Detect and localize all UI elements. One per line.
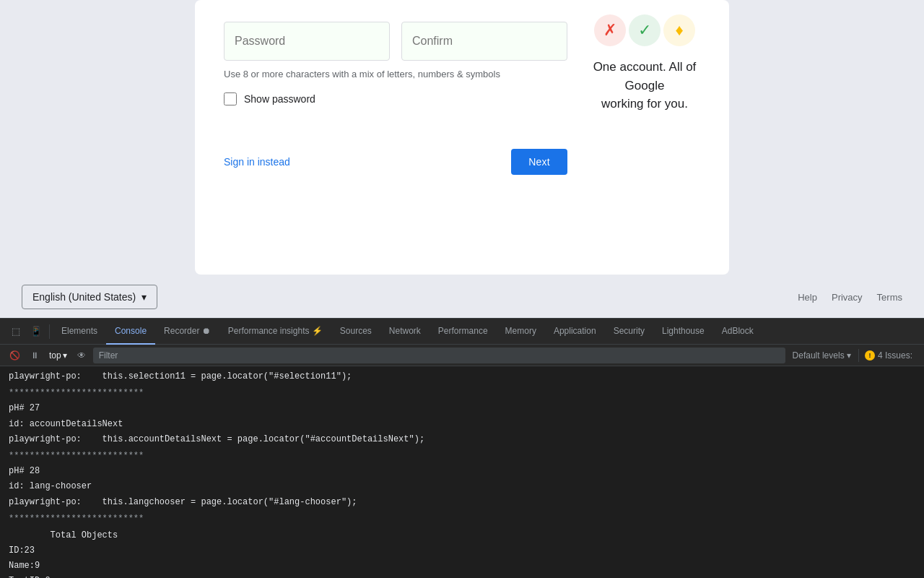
issues-badge: ! 4 Issues: [858, 349, 918, 362]
console-filter-input[interactable] [93, 348, 785, 363]
terms-link[interactable]: Terms [877, 292, 902, 303]
top-label: top [49, 350, 61, 361]
password-row [224, 22, 567, 61]
show-password-label: Show password [244, 93, 315, 105]
console-line: playwright-po: this.accountDetailsNext =… [0, 432, 924, 447]
default-levels-selector[interactable]: Default levels ▾ [788, 349, 855, 362]
language-selector[interactable]: English (United States) ▾ [22, 285, 157, 309]
password-input[interactable] [224, 22, 390, 61]
console-clear-btn[interactable]: 🚫 [6, 347, 23, 364]
devtools-tabs-bar: ⬚ 📱 Elements Console Recorder ⏺ Performa… [0, 319, 924, 345]
google-icon-yellow: ♦ [663, 14, 695, 46]
console-line: Total Objects [0, 528, 924, 543]
main-content: Use 8 or more characters with a mix of l… [0, 0, 924, 276]
tab-performance[interactable]: Performance [430, 319, 497, 345]
console-line: pH# 28 [0, 464, 924, 479]
google-icon-red: ✗ [594, 14, 626, 46]
console-line: playwright-po: this.langchooser = page.l… [0, 495, 924, 510]
console-line: ID:23 [0, 543, 924, 558]
devtools-device-btn[interactable]: 📱 [26, 322, 46, 342]
console-output[interactable]: playwright-po: this.selection11 = page.l… [0, 366, 924, 578]
console-line: id: lang-chooser [0, 479, 924, 494]
tab-recorder[interactable]: Recorder ⏺ [155, 319, 219, 345]
devtools-inspect-btn[interactable]: ⬚ [6, 322, 26, 342]
help-link[interactable]: Help [798, 292, 817, 303]
next-button[interactable]: Next [511, 149, 567, 175]
top-arrow-icon: ▾ [63, 350, 67, 361]
console-line: ************************** [0, 512, 924, 527]
console-line: ************************** [0, 386, 924, 401]
console-pause-btn[interactable]: ⏸ [26, 347, 43, 364]
show-password-checkbox[interactable] [224, 92, 237, 105]
console-line: TestID:0 [0, 574, 924, 578]
issues-count: 4 Issues: [878, 350, 912, 361]
issues-icon: ! [865, 350, 875, 361]
top-frame-selector[interactable]: top ▾ [46, 349, 70, 362]
tab-memory[interactable]: Memory [497, 319, 545, 345]
signup-card: Use 8 or more characters with a mix of l… [195, 0, 729, 275]
language-arrow-icon: ▾ [141, 291, 147, 303]
eye-btn[interactable]: 👁 [73, 347, 90, 364]
privacy-link[interactable]: Privacy [832, 292, 863, 303]
password-hint: Use 8 or more characters with a mix of l… [224, 68, 567, 81]
console-line: pH# 27 [0, 401, 924, 416]
signup-right: ✗ ✓ ♦ One account. All of Google working… [589, 0, 700, 113]
tab-adblock[interactable]: AdBlock [713, 319, 762, 345]
account-tagline: One account. All of Google working for y… [589, 58, 700, 113]
google-icon-green: ✓ [629, 14, 661, 46]
show-password-row: Show password [224, 92, 567, 105]
footer-bar: English (United States) ▾ Help Privacy T… [0, 276, 924, 318]
tab-security[interactable]: Security [605, 319, 653, 345]
tab-network[interactable]: Network [380, 319, 430, 345]
tab-sources[interactable]: Sources [331, 319, 380, 345]
default-levels-label: Default levels ▾ [793, 350, 851, 361]
sign-in-link[interactable]: Sign in instead [224, 156, 290, 168]
console-line: id: accountDetailsNext [0, 417, 924, 432]
google-icons: ✗ ✓ ♦ [594, 14, 695, 46]
tab-performance-insights[interactable]: Performance insights ⚡ [219, 319, 331, 345]
language-label: English (United States) [32, 291, 136, 303]
footer-links: Help Privacy Terms [798, 292, 902, 303]
devtools-panel: ⬚ 📱 Elements Console Recorder ⏺ Performa… [0, 318, 924, 578]
tab-elements[interactable]: Elements [53, 319, 106, 345]
tab-console[interactable]: Console [106, 319, 155, 345]
action-row: Sign in instead Next [224, 149, 567, 175]
tab-application[interactable]: Application [545, 319, 605, 345]
console-line: ************************** [0, 449, 924, 464]
signup-form: Use 8 or more characters with a mix of l… [224, 0, 589, 175]
devtools-separator [49, 324, 50, 339]
tab-lighthouse[interactable]: Lighthouse [653, 319, 713, 345]
confirm-password-input[interactable] [401, 22, 567, 61]
console-line: playwright-po: this.selection11 = page.l… [0, 369, 924, 384]
console-line: Name:9 [0, 558, 924, 574]
console-toolbar: 🚫 ⏸ top ▾ 👁 Default levels ▾ ! 4 Issues: [0, 345, 924, 366]
